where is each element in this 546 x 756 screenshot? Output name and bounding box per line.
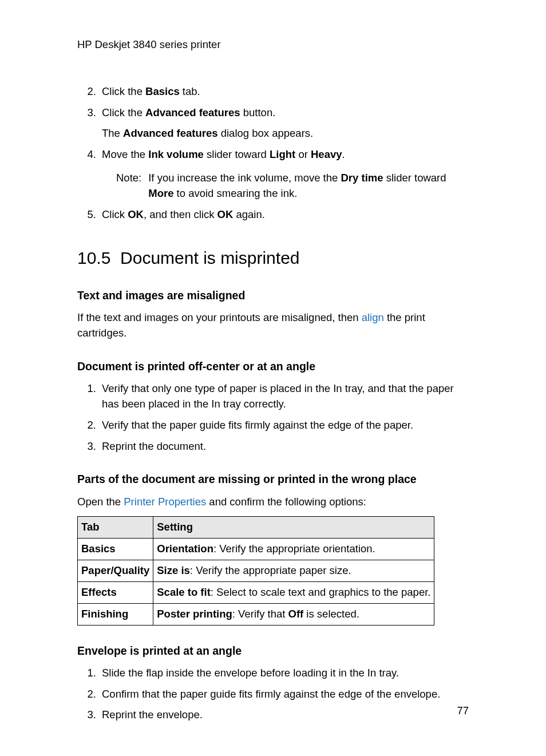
sub2-heading: Document is printed off-center or at an … (77, 358, 469, 374)
sub3-heading: Parts of the document are missing or pri… (77, 471, 469, 487)
table-header-setting: Setting (153, 517, 434, 539)
list-item: Confirm that the paper guide fits firmly… (99, 687, 469, 702)
step-4-note: Note: If you increase the ink volume, mo… (116, 171, 469, 201)
printer-properties-link[interactable]: Printer Properties (124, 496, 206, 508)
list-item: Slide the flap inside the envelope befor… (99, 666, 469, 681)
list-item: Reprint the envelope. (99, 707, 469, 723)
section-heading: 10.5 Document is misprinted (77, 246, 469, 271)
step-2: Click the Basics tab. (99, 84, 469, 100)
step-3-sub: The Advanced features dialog box appears… (102, 126, 469, 141)
step-4: Move the Ink volume slider toward Light … (99, 147, 469, 201)
step-5: Click OK, and then click OK again. (99, 207, 469, 223)
step-3: Click the Advanced features button. The … (99, 105, 469, 142)
sub2-list: Verify that only one type of paper is pl… (77, 381, 469, 454)
settings-table: Tab Setting Basics Orientation: Verify t… (77, 516, 434, 625)
list-item: Reprint the document. (99, 439, 469, 454)
table-row: Basics Orientation: Verify the appropria… (78, 539, 434, 560)
list-item: Verify that only one type of paper is pl… (99, 381, 469, 412)
page-number: 77 (457, 703, 469, 719)
top-steps-list: Click the Basics tab. Click the Advanced… (77, 84, 469, 223)
sub1-text: If the text and images on your printouts… (77, 310, 469, 341)
sub1-heading: Text and images are misaligned (77, 287, 469, 303)
page-header: HP Deskjet 3840 series printer (77, 37, 469, 53)
sub4-list: Slide the flap inside the envelope befor… (77, 666, 469, 723)
align-link[interactable]: align (362, 311, 384, 323)
sub3-text: Open the Printer Properties and confirm … (77, 494, 469, 510)
table-row: Effects Scale to fit: Select to scale te… (78, 581, 434, 603)
table-row: Finishing Poster printing: Verify that O… (78, 603, 434, 625)
table-header-tab: Tab (78, 517, 153, 539)
list-item: Verify that the paper guide fits firmly … (99, 418, 469, 433)
table-header-row: Tab Setting (78, 517, 434, 539)
sub4-heading: Envelope is printed at an angle (77, 643, 469, 659)
table-row: Paper/Quality Size is: Verify the approp… (78, 560, 434, 582)
